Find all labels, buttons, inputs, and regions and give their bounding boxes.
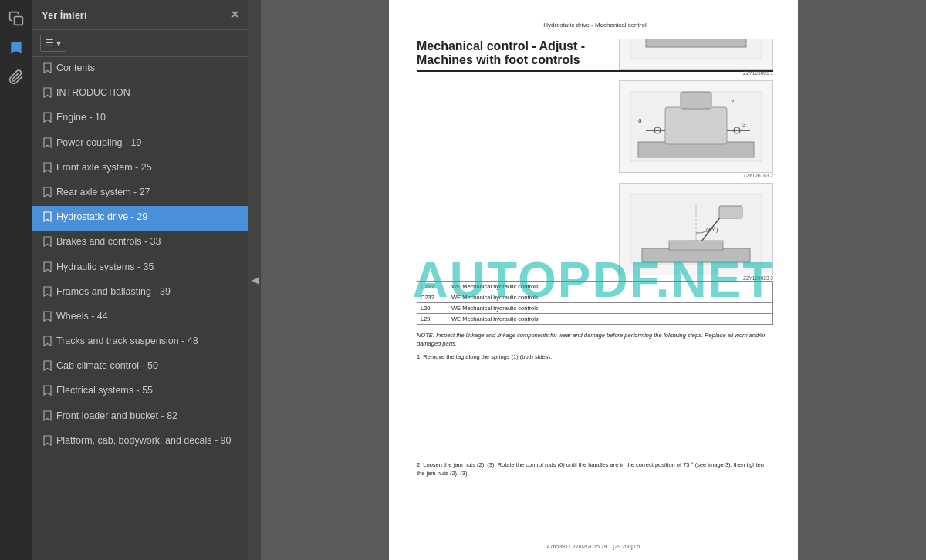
pdf-footer: 47653911 27/02/2015 29.1 [29.200] / 5 (389, 544, 798, 549)
svg-rect-29 (669, 241, 723, 250)
bookmark-item-frames[interactable]: Frames and ballasting - 39 (32, 281, 248, 305)
panel-header: Yer İmleri × (32, 0, 248, 30)
bookmark-icon (43, 286, 52, 301)
bookmark-label: Engine - 10 (56, 111, 240, 125)
bookmark-item-tracks[interactable]: Tracks and track suspension - 48 (32, 330, 248, 355)
bookmark-label: Front axle system - 25 (56, 161, 240, 175)
bookmark-nav-icon[interactable] (4, 35, 29, 60)
pdf-step-1: 1. Remove the tag along the springs (1) … (417, 353, 773, 360)
icon-rail (0, 0, 32, 560)
bookmark-label: Brakes and controls - 33 (56, 235, 240, 249)
bookmark-icon (43, 137, 52, 152)
svg-text:6: 6 (638, 117, 642, 124)
bookmark-label: Hydrostatic drive - 29 (56, 211, 240, 224)
copy-icon[interactable] (4, 6, 29, 31)
bookmark-label: Rear axle system - 27 (56, 186, 240, 200)
bookmark-item-power-coupling[interactable]: Power coupling - 19 (32, 132, 248, 157)
pdf-section-header: Hydrostatic drive - Mechanical control (417, 22, 773, 29)
svg-rect-24 (642, 248, 750, 262)
pdf-figures: 1 Z2Y123001 1 (619, 39, 773, 281)
bookmark-item-cab-climate[interactable]: Cab climate control - 50 (32, 355, 248, 380)
bookmark-item-platform[interactable]: Platform, cab, bodywork, and decals - 90 (32, 430, 248, 454)
bookmark-item-engine[interactable]: Engine - 10 (32, 106, 248, 131)
figure-1: 1 Z2Y123001 1 (619, 39, 773, 76)
pdf-codes-table: C227WE Mechanical hydraulic controlsC232… (417, 281, 773, 325)
bookmark-icon (43, 360, 52, 375)
bookmark-icon (43, 162, 52, 177)
figure-2: 2 6 3 Z2Y126163 2 (619, 80, 773, 178)
bookmark-label: Wheels - 44 (56, 310, 240, 324)
bookmark-icon (43, 211, 52, 226)
pdf-footer-text: 47653911 27/02/2015 29.1 [29.200] / 5 (547, 544, 640, 549)
bookmark-label: INTRODUCTION (56, 86, 240, 100)
bookmark-item-front-axle[interactable]: Front axle system - 25 (32, 157, 248, 181)
svg-rect-22 (681, 92, 711, 109)
figure-1-caption: Z2Y123001 1 (619, 70, 773, 76)
bookmark-label: Platform, cab, bodywork, and decals - 90 (56, 434, 240, 448)
svg-rect-0 (15, 17, 23, 25)
bookmark-icon (43, 112, 52, 127)
svg-text:2: 2 (731, 98, 735, 105)
bookmark-icon (43, 87, 52, 102)
table-row: L29WE Mechanical hydraulic controls (417, 314, 773, 325)
bookmark-icon (43, 62, 52, 77)
svg-rect-2 (646, 39, 746, 47)
bookmark-icon (43, 385, 52, 400)
figure-2-caption: Z2Y126163 2 (619, 173, 773, 178)
pdf-page: Hydrostatic drive - Mechanical control (389, 0, 798, 560)
bookmark-item-brakes[interactable]: Brakes and controls - 33 (32, 231, 248, 255)
bookmark-icon (43, 410, 52, 425)
bookmark-label: Power coupling - 19 (56, 137, 240, 150)
pdf-step-2: 2. Loosen the jam nuts (2), (3). Rotate … (417, 460, 773, 478)
figure-3-caption: Z2Y126023 3 (619, 275, 773, 281)
svg-text:(75°): (75°) (706, 227, 718, 233)
toolbar-icon: ☰ (46, 38, 54, 49)
pdf-note: NOTE: Inspect the linkage and linkage co… (417, 331, 773, 349)
bookmark-item-hydrostatic[interactable]: Hydrostatic drive - 29 (32, 206, 248, 231)
bookmark-item-wheels[interactable]: Wheels - 44 (32, 305, 248, 330)
collapse-handle[interactable]: ◀ (248, 0, 261, 560)
main-content: AUTOPDF.NET Hydrostatic drive - Mechanic… (261, 0, 926, 560)
bookmark-item-front-loader[interactable]: Front loader and bucket - 82 (32, 405, 248, 430)
bookmark-label: Cab climate control - 50 (56, 359, 240, 373)
bookmark-icon (43, 435, 52, 450)
attachment-icon[interactable] (4, 65, 29, 89)
panel-toolbar: ☰ ▾ (32, 30, 248, 57)
table-row: L20WE Mechanical hydraulic controls (417, 303, 773, 314)
bookmarks-panel: Yer İmleri × ☰ ▾ ContentsINTRODUCTIONEng… (32, 0, 248, 560)
bookmark-icon (43, 236, 52, 251)
bookmark-item-introduction[interactable]: INTRODUCTION (32, 82, 248, 106)
bookmark-icon (43, 261, 52, 276)
close-button[interactable]: × (231, 8, 238, 22)
collapse-icon: ◀ (252, 275, 259, 285)
table-row: C232WE Mechanical hydraulic controls (417, 292, 773, 303)
bookmark-icon (43, 311, 52, 326)
bookmark-label: Contents (56, 62, 240, 76)
panel-title: Yer İmleri (42, 9, 87, 21)
toolbar-arrow: ▾ (56, 38, 61, 49)
svg-rect-28 (719, 206, 742, 218)
bookmark-item-hydraulic[interactable]: Hydraulic systems - 35 (32, 256, 248, 281)
bookmark-item-rear-axle[interactable]: Rear axle system - 27 (32, 181, 248, 206)
svg-text:3: 3 (742, 121, 746, 128)
bookmark-label: Tracks and track suspension - 48 (56, 335, 240, 349)
bookmarks-view-button[interactable]: ☰ ▾ (40, 35, 66, 52)
bookmark-icon (43, 187, 52, 201)
bookmark-icon (43, 336, 52, 350)
bookmark-item-electrical[interactable]: Electrical systems - 55 (32, 380, 248, 404)
bookmark-item-contents[interactable]: Contents (32, 57, 248, 82)
bookmark-label: Frames and ballasting - 39 (56, 285, 240, 299)
bookmark-label: Electrical systems - 55 (56, 384, 240, 398)
bookmark-label: Front loader and bucket - 82 (56, 410, 240, 423)
bookmark-list: ContentsINTRODUCTIONEngine - 10Power cou… (32, 57, 248, 560)
figure-3: (75°) Z2Y126023 3 (619, 183, 773, 281)
bookmark-label: Hydraulic systems - 35 (56, 261, 240, 275)
svg-rect-14 (665, 107, 727, 144)
table-row: C227WE Mechanical hydraulic controls (417, 282, 773, 292)
